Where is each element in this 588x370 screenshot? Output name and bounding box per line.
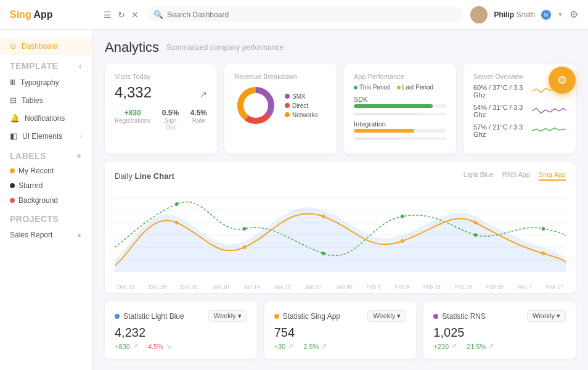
sdk-bar-last — [354, 113, 419, 115]
stat-sing-app-title: Statistic Sing App — [274, 312, 340, 321]
bottom-stats: Statistic Light Blue Weekly ▾ 4,232 +830… — [105, 302, 576, 359]
chart-area: Dec 19 Dec 25 Dec 31 Jan 10 Jan 14 Jan 2… — [115, 186, 566, 284]
line-chart-svg — [115, 186, 566, 284]
light-blue-weekly-btn[interactable]: Weekly ▾ — [208, 310, 247, 322]
my-recent-dot — [10, 168, 15, 173]
svg-point-18 — [175, 221, 178, 224]
rns-arrow2: ↗ — [488, 342, 494, 350]
labels-add-icon[interactable]: + — [76, 151, 82, 161]
registrations-val: +830 — [115, 109, 150, 117]
sing-app-row1: +30 ↗ — [274, 342, 294, 350]
legend-direct: Direct — [285, 102, 318, 109]
stat-light-blue-value: 4,232 — [115, 326, 247, 340]
sidebar-label-background[interactable]: Background — [0, 193, 92, 208]
topbar-icons: ☰ ↻ ✕ — [104, 10, 139, 20]
last-period-dot — [397, 86, 401, 89]
rate-label: Rate — [190, 117, 207, 124]
registrations-label: Registrations — [115, 117, 150, 124]
sidebar-item-typography[interactable]: Ⅲ Typography — [0, 73, 92, 91]
chart-tab-sing-app[interactable]: Sing App — [539, 171, 566, 181]
sparkline-3 — [532, 125, 566, 137]
integration-bar-last-wrap — [354, 138, 446, 140]
sidebar-section-projects: PROJECTS — [0, 208, 92, 226]
light-blue-dot — [115, 314, 120, 319]
stat-rns-value: 1,025 — [433, 326, 566, 340]
rate-val: 4.5% — [190, 109, 207, 117]
starred-dot — [10, 183, 15, 188]
last-period-label: Last Period — [402, 84, 434, 91]
ui-expand-icon[interactable]: ‹ — [80, 133, 82, 139]
server-row-3: 57% / 21°C / 3.3 Ghz — [473, 123, 566, 138]
networks-label: Networks — [292, 112, 318, 118]
fab-button[interactable]: ⚙ — [549, 67, 576, 94]
chart-title: Daily Line Chart — [115, 171, 174, 181]
close-icon[interactable]: ✕ — [131, 10, 139, 20]
svg-point-12 — [175, 202, 178, 206]
sales-star-icon[interactable]: ★ — [76, 232, 82, 239]
rns-val1: +230 — [433, 343, 449, 350]
last-period-legend: Last Period — [397, 84, 434, 91]
x-label-7: Jan 30 — [336, 284, 353, 290]
sing-app-val2: 2.5% — [303, 343, 319, 350]
light-blue-arrow2: ↘ — [166, 342, 171, 350]
sidebar-label-ui-elements: UI Elements — [22, 132, 62, 141]
sidebar-item-ui-elements[interactable]: ◧ UI Elements ‹ — [0, 127, 92, 145]
server-label-2: 54% / 31°C / 3.3 Ghz — [473, 104, 532, 118]
ui-elements-icon: ◧ — [10, 131, 17, 141]
sing-app-arrow1: ↗ — [288, 342, 293, 350]
stat-sing-app-header: Statistic Sing App Weekly ▾ — [274, 310, 407, 322]
light-blue-row2: 4.5% ↘ — [148, 342, 171, 350]
sidebar-collapse-icon[interactable]: ‹ — [79, 61, 82, 71]
sidebar-item-label: Dashboard — [22, 42, 58, 51]
search-bar: 🔍 — [146, 7, 463, 22]
stats-row: Visits Today 4,332 ↗ +830 Registrations … — [105, 64, 576, 154]
rns-row1: +230 ↗ — [433, 342, 457, 350]
svg-point-13 — [243, 227, 246, 231]
chart-header: Daily Line Chart Light Blue RNS App Sing… — [115, 171, 566, 181]
settings-gear-icon[interactable]: ⚙ — [570, 9, 578, 20]
sing-app-arrow2: ↗ — [321, 342, 327, 350]
line-chart-section: Daily Line Chart Light Blue RNS App Sing… — [105, 162, 576, 293]
dashboard-icon: ⊙ — [10, 41, 17, 51]
page-title: Analytics — [105, 39, 159, 56]
chart-tab-light-blue[interactable]: Light Blue — [463, 171, 494, 181]
sidebar-item-tables[interactable]: ⊟ Tables — [0, 91, 92, 109]
stat-sing-app-row: +30 ↗ 2.5% ↗ — [274, 342, 407, 350]
sidebar-item-notifications[interactable]: 🔔 Notifications — [0, 109, 92, 127]
integration-label: Integration — [354, 120, 446, 128]
notifications-icon: 🔔 — [10, 113, 20, 123]
x-label-14: Mar 17 — [546, 284, 563, 290]
rns-weekly-btn[interactable]: Weekly ▾ — [527, 310, 566, 322]
sidebar-label-starred[interactable]: Starred — [0, 178, 92, 193]
this-period-dot — [354, 86, 357, 89]
notification-badge[interactable]: N — [541, 10, 551, 20]
topbar-chevron-icon[interactable]: ▼ — [557, 11, 563, 18]
this-period-label: This Period — [359, 84, 391, 91]
stat-sing-app-value: 754 — [274, 326, 407, 340]
svg-point-16 — [474, 233, 477, 237]
stat-rns-card: Statistic RNS Weekly ▾ 1,025 +230 ↗ 21.5… — [423, 302, 576, 359]
integration-bar-last — [354, 138, 400, 140]
sing-app-dot — [274, 314, 279, 319]
x-label-8: Feb 3 — [367, 284, 381, 290]
search-input[interactable] — [167, 10, 290, 19]
integration-bar-wrap — [354, 129, 446, 133]
rns-row2: 21.5% ↗ — [467, 342, 494, 350]
this-period-legend: This Period — [354, 84, 391, 91]
sidebar-item-sales-report[interactable]: Sales Report ★ — [0, 226, 92, 244]
sing-app-weekly-btn[interactable]: Weekly ▾ — [367, 310, 406, 322]
sidebar-section-labels: LABELS + — [0, 145, 92, 163]
sidebar-label-my-recent[interactable]: My Recent — [0, 163, 92, 178]
menu-icon[interactable]: ☰ — [104, 10, 112, 20]
brand-text: App — [34, 9, 53, 20]
x-label-12: Feb 28 — [486, 284, 504, 290]
sidebar-item-dashboard[interactable]: ⊙ Dashboard — [0, 37, 92, 55]
refresh-icon[interactable]: ↻ — [118, 10, 125, 20]
svg-point-17 — [542, 227, 545, 231]
integration-section: Integration — [354, 120, 446, 140]
main-content: Analytics Summarized company performance… — [92, 30, 588, 370]
chart-tab-rns-app[interactable]: RNS App — [502, 171, 530, 181]
x-label-4: Jan 14 — [243, 284, 260, 290]
networks-dot — [285, 112, 290, 117]
sing-app-val1: +30 — [274, 343, 286, 350]
